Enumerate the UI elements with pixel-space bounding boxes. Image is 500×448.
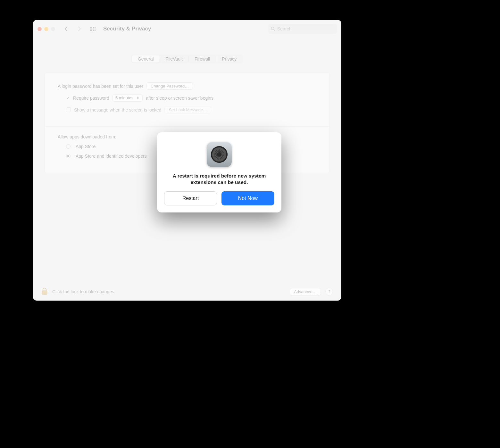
restart-button[interactable]: Restart	[164, 191, 217, 205]
alert-message: A restart is required before new system …	[169, 173, 270, 186]
gear-icon	[211, 146, 228, 163]
not-now-button[interactable]: Not Now	[221, 191, 274, 205]
system-preferences-icon	[207, 142, 232, 167]
restart-alert: A restart is required before new system …	[157, 132, 281, 212]
